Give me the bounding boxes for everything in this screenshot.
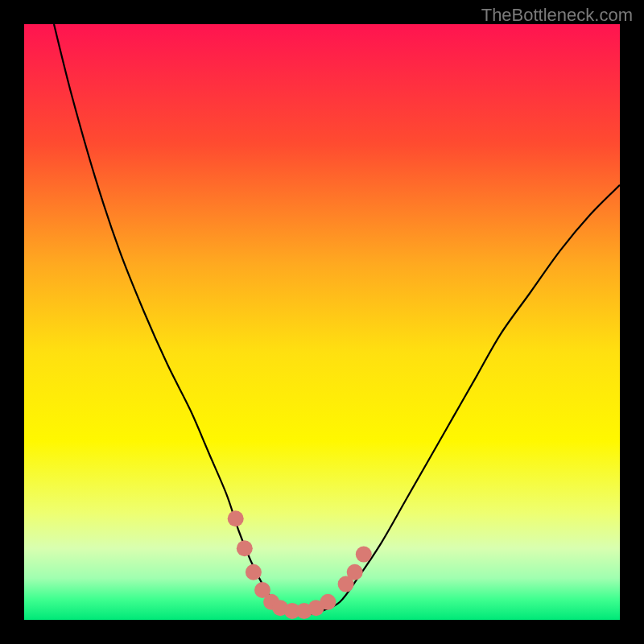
watermark-text: TheBottleneck.com (481, 5, 633, 26)
gradient-background (24, 24, 620, 620)
chart-svg (24, 24, 620, 620)
highlight-dot (228, 510, 244, 526)
highlight-dot (356, 547, 372, 563)
highlight-dot (246, 564, 262, 580)
highlight-dot (320, 594, 336, 610)
highlight-dot (237, 540, 253, 556)
highlight-dot (347, 564, 363, 580)
chart-container (24, 24, 620, 620)
